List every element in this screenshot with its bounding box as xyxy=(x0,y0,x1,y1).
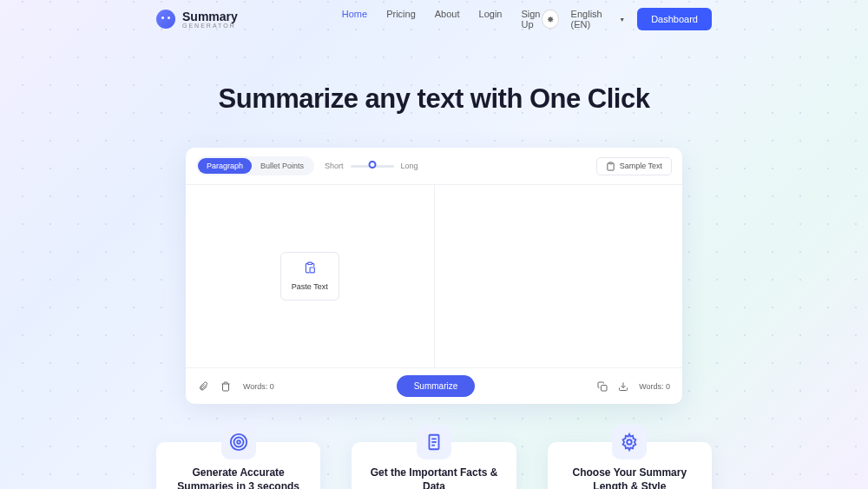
document-icon xyxy=(417,425,451,459)
summarize-button[interactable]: Summarize xyxy=(397,375,476,397)
svg-point-5 xyxy=(233,438,243,447)
nav-pricing[interactable]: Pricing xyxy=(386,9,416,30)
nav-home[interactable]: Home xyxy=(342,9,367,30)
mode-paragraph[interactable]: Paragraph xyxy=(198,158,252,174)
svg-rect-1 xyxy=(307,262,312,264)
chevron-down-icon: ▼ xyxy=(619,17,625,23)
language-select[interactable]: English (EN) ▼ xyxy=(571,9,626,30)
logo[interactable]: Summary GENERATOR xyxy=(156,10,238,29)
target-icon xyxy=(221,425,256,459)
slider-thumb[interactable] xyxy=(368,161,376,169)
words-right: Words: 0 xyxy=(639,382,670,391)
logo-subtitle: GENERATOR xyxy=(182,23,238,29)
svg-point-6 xyxy=(237,440,240,444)
feature-customize: Choose Your Summary Length & Style You c… xyxy=(548,442,712,489)
paste-icon xyxy=(304,261,316,274)
length-control: Short Long xyxy=(325,162,418,170)
sample-text-button[interactable]: Sample Text xyxy=(596,157,672,175)
paste-text-button[interactable]: Paste Text xyxy=(280,252,339,301)
feature-title: Get the Important Facts & Data xyxy=(364,466,503,489)
editor-card: Paragraph Bullet Points Short Long Sampl… xyxy=(186,148,682,404)
editor-toolbar-top: Paragraph Bullet Points Short Long Sampl… xyxy=(186,148,682,185)
copy-button[interactable] xyxy=(597,381,608,392)
nav-login[interactable]: Login xyxy=(479,9,503,30)
nav-about[interactable]: About xyxy=(435,9,460,30)
svg-point-11 xyxy=(628,439,633,445)
feature-title: Generate Accurate Summaries in 3 seconds xyxy=(168,466,308,489)
feature-accuracy: Generate Accurate Summaries in 3 seconds… xyxy=(156,442,320,489)
length-long-label: Long xyxy=(401,162,418,170)
delete-button[interactable] xyxy=(220,381,231,392)
features-row: Generate Accurate Summaries in 3 seconds… xyxy=(0,442,868,489)
mode-bullet[interactable]: Bullet Points xyxy=(252,158,312,174)
attach-button[interactable] xyxy=(198,381,208,392)
logo-icon xyxy=(156,10,175,29)
feature-facts: Get the Important Facts & Data This text… xyxy=(352,442,516,489)
download-button[interactable] xyxy=(618,381,628,392)
length-slider[interactable] xyxy=(351,165,394,168)
svg-rect-2 xyxy=(310,268,314,273)
logo-title: Summary xyxy=(182,10,238,23)
svg-rect-3 xyxy=(602,385,608,391)
sun-icon: ✸ xyxy=(547,15,554,24)
paperclip-icon xyxy=(198,381,208,392)
theme-toggle[interactable]: ✸ xyxy=(542,10,558,29)
download-icon xyxy=(618,381,628,392)
clipboard-icon xyxy=(606,162,615,171)
gear-icon xyxy=(612,425,647,459)
nav-signup[interactable]: Sign Up xyxy=(521,9,542,30)
editor-toolbar-bottom: Words: 0 Summarize Words: 0 xyxy=(186,367,682,404)
mode-toggle: Paragraph Bullet Points xyxy=(196,156,314,175)
length-short-label: Short xyxy=(325,162,344,170)
copy-icon xyxy=(597,381,608,392)
hero-title: Summarize any text with One Click xyxy=(0,83,868,115)
dashboard-button[interactable]: Dashboard xyxy=(637,8,712,30)
nav-links: Home Pricing About Login Sign Up xyxy=(342,9,542,30)
words-left: Words: 0 xyxy=(243,382,274,391)
svg-rect-0 xyxy=(608,162,612,163)
trash-icon xyxy=(220,381,231,392)
feature-title: Choose Your Summary Length & Style xyxy=(560,466,700,489)
input-pane[interactable]: Paste Text xyxy=(186,185,435,367)
output-pane xyxy=(435,185,683,367)
top-nav: Summary GENERATOR Home Pricing About Log… xyxy=(0,0,868,38)
